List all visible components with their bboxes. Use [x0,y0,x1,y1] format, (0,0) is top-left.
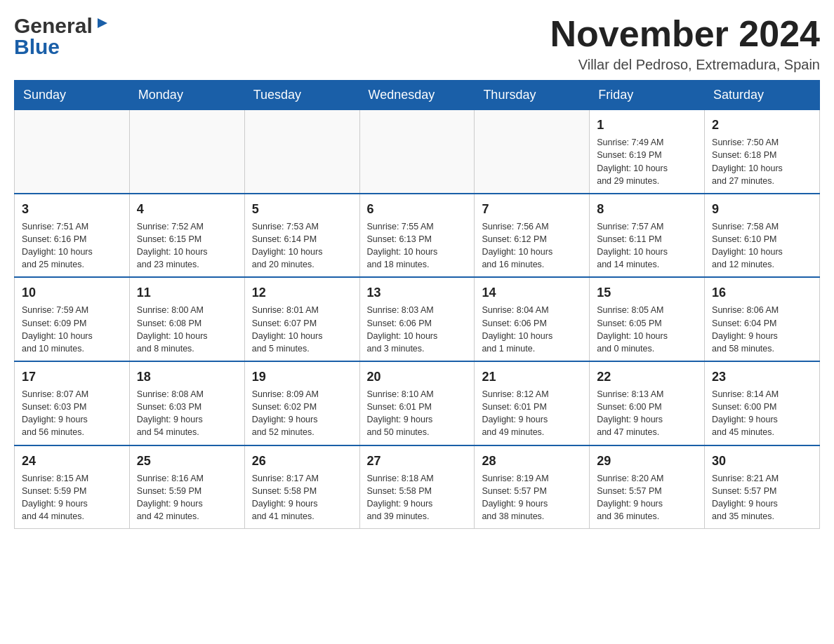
table-row: 22Sunrise: 8:13 AM Sunset: 6:00 PM Dayli… [590,361,705,445]
title-section: November 2024 Villar del Pedroso, Extrem… [550,14,820,73]
logo: General Blue [14,14,110,59]
calendar-table: Sunday Monday Tuesday Wednesday Thursday… [14,80,820,529]
day-info: Sunrise: 8:00 AM Sunset: 6:08 PM Dayligh… [137,304,237,355]
day-info: Sunrise: 8:14 AM Sunset: 6:00 PM Dayligh… [712,388,812,439]
table-row: 4Sunrise: 7:52 AM Sunset: 6:15 PM Daylig… [129,194,244,278]
day-info: Sunrise: 8:06 AM Sunset: 6:04 PM Dayligh… [712,304,812,355]
day-number: 4 [137,200,237,218]
day-number: 23 [712,368,812,386]
month-title: November 2024 [550,14,820,54]
table-row [129,110,244,194]
logo-general-text: General [14,14,93,38]
day-info: Sunrise: 8:03 AM Sunset: 6:06 PM Dayligh… [367,304,468,355]
table-row: 7Sunrise: 7:56 AM Sunset: 6:12 PM Daylig… [475,194,590,278]
calendar-week-row: 17Sunrise: 8:07 AM Sunset: 6:03 PM Dayli… [15,361,820,445]
day-info: Sunrise: 7:52 AM Sunset: 6:15 PM Dayligh… [137,220,237,271]
day-info: Sunrise: 8:13 AM Sunset: 6:00 PM Dayligh… [597,388,697,439]
table-row: 15Sunrise: 8:05 AM Sunset: 6:05 PM Dayli… [590,277,705,361]
day-number: 24 [22,452,122,470]
day-number: 5 [252,200,352,218]
day-number: 21 [482,368,582,386]
day-info: Sunrise: 8:17 AM Sunset: 5:58 PM Dayligh… [252,472,352,523]
day-info: Sunrise: 7:59 AM Sunset: 6:09 PM Dayligh… [22,304,122,355]
day-number: 22 [597,368,697,386]
table-row: 12Sunrise: 8:01 AM Sunset: 6:07 PM Dayli… [244,277,359,361]
table-row: 23Sunrise: 8:14 AM Sunset: 6:00 PM Dayli… [705,361,820,445]
day-number: 11 [137,283,237,302]
day-number: 20 [367,368,468,386]
day-info: Sunrise: 8:12 AM Sunset: 6:01 PM Dayligh… [482,388,582,439]
day-info: Sunrise: 7:50 AM Sunset: 6:18 PM Dayligh… [712,136,812,187]
calendar-week-row: 10Sunrise: 7:59 AM Sunset: 6:09 PM Dayli… [15,277,820,361]
header-sunday: Sunday [15,81,130,110]
table-row: 18Sunrise: 8:08 AM Sunset: 6:03 PM Dayli… [129,361,244,445]
table-row [475,110,590,194]
day-info: Sunrise: 7:55 AM Sunset: 6:13 PM Dayligh… [367,220,468,271]
table-row: 27Sunrise: 8:18 AM Sunset: 5:58 PM Dayli… [359,445,475,529]
day-info: Sunrise: 8:21 AM Sunset: 5:57 PM Dayligh… [712,472,812,523]
day-number: 8 [597,200,697,218]
day-info: Sunrise: 8:05 AM Sunset: 6:05 PM Dayligh… [597,304,697,355]
table-row: 13Sunrise: 8:03 AM Sunset: 6:06 PM Dayli… [359,277,475,361]
svg-marker-0 [98,18,107,28]
day-number: 10 [22,283,122,302]
calendar-week-row: 24Sunrise: 8:15 AM Sunset: 5:59 PM Dayli… [15,445,820,529]
day-number: 1 [597,116,697,134]
day-number: 18 [137,368,237,386]
header-saturday: Saturday [705,81,820,110]
table-row: 6Sunrise: 7:55 AM Sunset: 6:13 PM Daylig… [359,194,475,278]
table-row: 3Sunrise: 7:51 AM Sunset: 6:16 PM Daylig… [15,194,130,278]
day-info: Sunrise: 8:04 AM Sunset: 6:06 PM Dayligh… [482,304,582,355]
header-thursday: Thursday [475,81,590,110]
day-number: 30 [712,452,812,470]
table-row: 2Sunrise: 7:50 AM Sunset: 6:18 PM Daylig… [705,110,820,194]
day-info: Sunrise: 7:53 AM Sunset: 6:14 PM Dayligh… [252,220,352,271]
table-row: 16Sunrise: 8:06 AM Sunset: 6:04 PM Dayli… [705,277,820,361]
header-monday: Monday [129,81,244,110]
table-row: 20Sunrise: 8:10 AM Sunset: 6:01 PM Dayli… [359,361,475,445]
day-info: Sunrise: 8:09 AM Sunset: 6:02 PM Dayligh… [252,388,352,439]
header-tuesday: Tuesday [244,81,359,110]
page-header: General Blue November 2024 Villar del Pe… [14,14,820,73]
table-row: 26Sunrise: 8:17 AM Sunset: 5:58 PM Dayli… [244,445,359,529]
day-info: Sunrise: 8:15 AM Sunset: 5:59 PM Dayligh… [22,472,122,523]
day-info: Sunrise: 7:57 AM Sunset: 6:11 PM Dayligh… [597,220,697,271]
day-info: Sunrise: 8:10 AM Sunset: 6:01 PM Dayligh… [367,388,468,439]
day-info: Sunrise: 8:07 AM Sunset: 6:03 PM Dayligh… [22,388,122,439]
day-number: 25 [137,452,237,470]
day-number: 26 [252,452,352,470]
day-number: 15 [597,283,697,302]
table-row: 1Sunrise: 7:49 AM Sunset: 6:19 PM Daylig… [590,110,705,194]
day-number: 3 [22,200,122,218]
table-row: 5Sunrise: 7:53 AM Sunset: 6:14 PM Daylig… [244,194,359,278]
day-number: 6 [367,200,468,218]
table-row: 17Sunrise: 8:07 AM Sunset: 6:03 PM Dayli… [15,361,130,445]
day-info: Sunrise: 8:08 AM Sunset: 6:03 PM Dayligh… [137,388,237,439]
day-number: 9 [712,200,812,218]
table-row: 29Sunrise: 8:20 AM Sunset: 5:57 PM Dayli… [590,445,705,529]
logo-arrow-icon [95,15,110,34]
weekday-header-row: Sunday Monday Tuesday Wednesday Thursday… [15,81,820,110]
table-row: 11Sunrise: 8:00 AM Sunset: 6:08 PM Dayli… [129,277,244,361]
table-row: 30Sunrise: 8:21 AM Sunset: 5:57 PM Dayli… [705,445,820,529]
day-number: 7 [482,200,582,218]
calendar-week-row: 3Sunrise: 7:51 AM Sunset: 6:16 PM Daylig… [15,194,820,278]
day-number: 27 [367,452,468,470]
header-friday: Friday [590,81,705,110]
location-text: Villar del Pedroso, Extremadura, Spain [550,57,820,73]
day-number: 16 [712,283,812,302]
header-wednesday: Wednesday [359,81,475,110]
day-info: Sunrise: 8:16 AM Sunset: 5:59 PM Dayligh… [137,472,237,523]
day-info: Sunrise: 8:18 AM Sunset: 5:58 PM Dayligh… [367,472,468,523]
logo-blue-text: Blue [14,35,110,59]
table-row: 24Sunrise: 8:15 AM Sunset: 5:59 PM Dayli… [15,445,130,529]
table-row [244,110,359,194]
day-number: 29 [597,452,697,470]
table-row: 19Sunrise: 8:09 AM Sunset: 6:02 PM Dayli… [244,361,359,445]
day-number: 19 [252,368,352,386]
day-info: Sunrise: 7:51 AM Sunset: 6:16 PM Dayligh… [22,220,122,271]
table-row: 8Sunrise: 7:57 AM Sunset: 6:11 PM Daylig… [590,194,705,278]
table-row: 28Sunrise: 8:19 AM Sunset: 5:57 PM Dayli… [475,445,590,529]
day-info: Sunrise: 8:19 AM Sunset: 5:57 PM Dayligh… [482,472,582,523]
table-row [15,110,130,194]
